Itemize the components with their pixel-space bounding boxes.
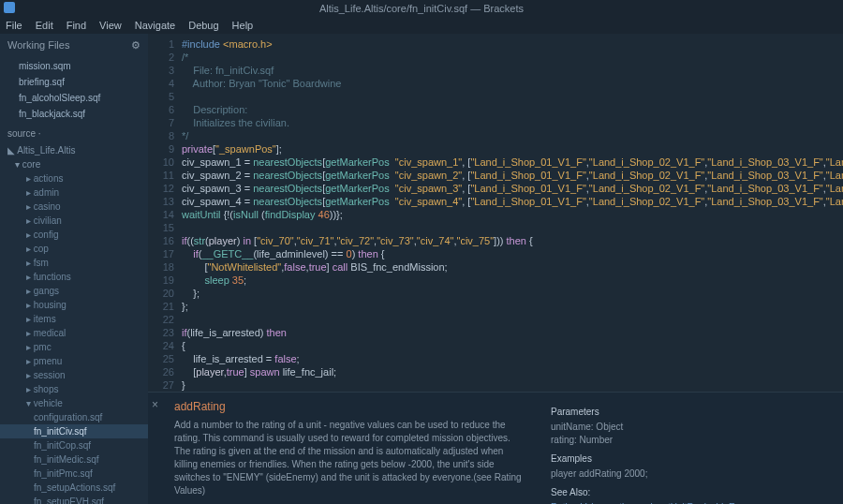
tree-item[interactable]: ▸ functions	[0, 270, 148, 284]
doc-panel: × addRating Add a number to the rating o…	[148, 392, 843, 504]
working-file[interactable]: fn_blackjack.sqf	[0, 106, 148, 122]
tree-item[interactable]: ▸ medical	[0, 326, 148, 340]
tree-item[interactable]: fn_setupActions.sqf	[0, 481, 148, 495]
doc-examples-label: Examples	[551, 452, 832, 466]
menubar: FileEditFindViewNavigateDebugHelp	[0, 17, 843, 34]
tree-item[interactable]: fn_setupEVH.sqf	[0, 495, 148, 504]
tree-item[interactable]: fn_initMedic.sqf	[0, 452, 148, 467]
menu-debug[interactable]: Debug	[188, 20, 218, 31]
doc-example: player addRating 2000;	[551, 467, 832, 481]
titlebar: Altis_Life.Altis/core/fn_initCiv.sqf — B…	[0, 0, 843, 17]
doc-title: addRating	[174, 400, 523, 413]
tree-item[interactable]: ▸ actions	[0, 171, 148, 185]
tree-item[interactable]: ▸ casino	[0, 200, 148, 214]
doc-param: unitName: Object	[551, 421, 832, 434]
tree-item[interactable]: ▸ civilian	[0, 214, 148, 228]
working-file[interactable]: mission.sqm	[0, 58, 148, 74]
tree-item[interactable]: ▸ items	[0, 312, 148, 326]
tree-item[interactable]: ▾ vehicle	[0, 396, 148, 410]
menu-edit[interactable]: Edit	[36, 20, 53, 31]
code-area[interactable]: 1234567891011121314151617181920212223242…	[148, 34, 843, 392]
working-file[interactable]: briefing.sqf	[0, 74, 148, 90]
menu-file[interactable]: File	[6, 20, 22, 31]
menu-navigate[interactable]: Navigate	[135, 20, 175, 31]
tree-item[interactable]: ▸ pmenu	[0, 354, 148, 368]
app-icon	[4, 2, 15, 13]
tree-item[interactable]: fn_initCop.sqf	[0, 438, 148, 452]
menu-find[interactable]: Find	[67, 20, 86, 31]
tree-item[interactable]: ▸ gangs	[0, 284, 148, 298]
doc-params-label: Parameters	[551, 406, 832, 419]
tree-item[interactable]: fn_initPmc.sqf	[0, 467, 148, 481]
tree-item[interactable]: fn_initCiv.sqf	[0, 424, 148, 438]
tree-item[interactable]: ▸ housing	[0, 298, 148, 312]
tree-item[interactable]: ▸ config	[0, 228, 148, 242]
code-content[interactable]: #include <macro.h>/* File: fn_initCiv.sq…	[182, 34, 843, 392]
tree-item[interactable]: ▸ session	[0, 368, 148, 382]
doc-param: rating: Number	[551, 434, 832, 447]
file-tree: ◣ Altis_Life.Altis▾ core▸ actions▸ admin…	[0, 143, 148, 504]
tree-item[interactable]: ▸ fsm	[0, 256, 148, 270]
tree-item[interactable]: ◣ Altis_Life.Altis	[0, 143, 148, 157]
window-title: Altis_Life.Altis/core/fn_initCiv.sqf — B…	[319, 3, 524, 14]
menu-view[interactable]: View	[99, 20, 122, 31]
tree-item[interactable]: ▾ core	[0, 157, 148, 171]
menu-help[interactable]: Help	[232, 20, 254, 31]
sidebar: Working Files ⚙ mission.sqmbriefing.sqff…	[0, 34, 148, 504]
tree-item[interactable]: ▸ shops	[0, 382, 148, 396]
tree-item[interactable]: configuration.sqf	[0, 410, 148, 424]
working-file[interactable]: fn_alcoholSleep.sqf	[0, 90, 148, 106]
source-header[interactable]: source ·	[0, 124, 148, 143]
gear-icon[interactable]: ⚙	[131, 39, 140, 52]
doc-seealso-label: See Also:	[551, 486, 832, 499]
editor: 1234567891011121314151617181920212223242…	[148, 34, 843, 504]
working-files-header[interactable]: Working Files ⚙	[0, 34, 148, 56]
close-icon[interactable]: ×	[152, 398, 158, 411]
tree-item[interactable]: ▸ admin	[0, 185, 148, 200]
doc-description: Add a number to the rating of a unit - n…	[174, 419, 523, 497]
gutter: 1234567891011121314151617181920212223242…	[148, 34, 182, 392]
tree-item[interactable]: ▸ pmc	[0, 340, 148, 354]
tree-item[interactable]: ▸ cop	[0, 242, 148, 256]
